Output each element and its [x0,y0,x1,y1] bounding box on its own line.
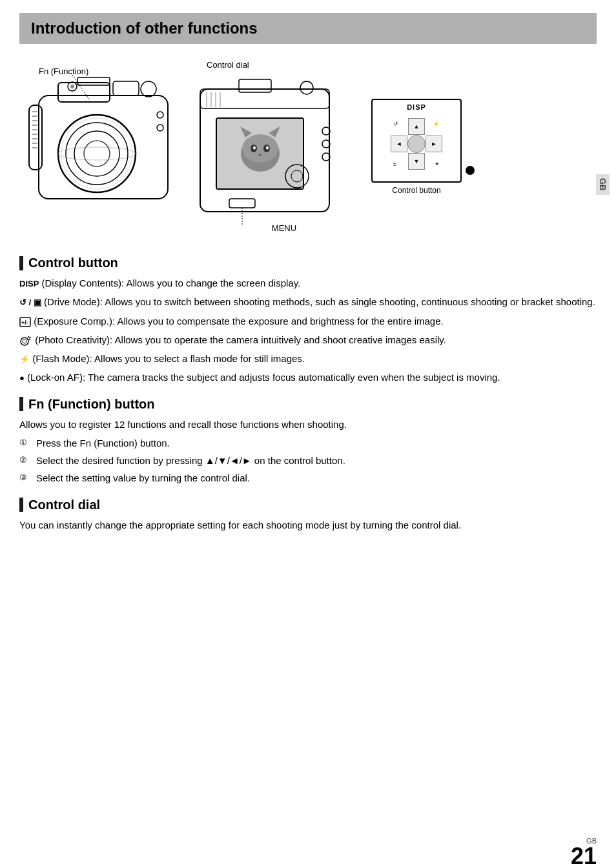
page-title: Introduction of other functions [31,19,585,37]
control-dial-section-title: Control dial [19,498,597,512]
control-dial-body: You can instantly change the appropriate… [19,518,597,532]
control-dial-label: Control dial [207,60,249,70]
svg-point-24 [58,147,136,160]
diagram-area: Fn (Function) Control dial [19,57,597,244]
svg-point-40 [300,81,313,94]
svg-rect-3 [113,81,139,96]
dpad-photo-icon: ✦ [435,161,440,167]
control-button-label-text: Control button [371,186,462,195]
disp-label: DISP [407,103,426,111]
cb-item-5: ⚡ (Flash Mode): Allows you to select a f… [19,351,597,366]
svg-point-55 [23,339,26,343]
svg-rect-8 [29,105,42,170]
ev-icon: +/- [19,316,31,328]
svg-line-57 [29,338,31,338]
svg-point-4 [58,115,136,192]
svg-line-56 [28,336,29,338]
lock-on-dot [466,166,475,175]
svg-rect-39 [239,79,271,92]
control-button-section-title: Control button [19,256,597,270]
svg-point-31 [242,134,278,163]
cb-item-6: ● (Lock-on AF): The camera tracks the su… [19,370,597,385]
svg-point-7 [84,141,110,167]
svg-point-25 [61,118,132,189]
drive-mode-icon: ↺ / ▣ [19,296,41,309]
fn-label: Fn (Function) [39,66,88,76]
flash-icon: ⚡ [19,353,30,366]
ev-svg: +/- [19,317,31,327]
page-number-area: GB 21 [571,837,597,868]
cb-item-2: ↺ / ▣ (Drive Mode): Allows you to switch… [19,294,597,309]
fn-button-section-title: Fn (Function) button [19,397,597,412]
fn-intro: Allows you to register 12 functions and … [19,417,597,432]
control-button-body: DISP (Display Contents): Allows you to c… [19,276,597,385]
page-container: Introduction of other functions GB Fn (F… [0,13,616,868]
lock-on-icon: ● [19,372,25,385]
svg-rect-50 [229,199,255,208]
svg-point-11 [141,81,156,97]
fn-button-body: Allows you to register 12 functions and … [19,417,597,486]
control-dial-text: You can instantly change the appropriate… [19,518,597,532]
dpad-left: ◄ [391,136,407,152]
disp-icon: DISP [19,278,39,290]
fn-step-2: ② Select the desired function by pressin… [19,453,597,468]
fn-step-1: ① Press the Fn (Function) button. [19,436,597,450]
fn-step-3: ③ Select the setting value by turning th… [19,470,597,485]
svg-point-13 [157,125,163,131]
camera-back-diagram: MENU [187,76,368,233]
camera-back-svg [187,76,355,231]
svg-point-10 [70,85,74,88]
section-bar-1 [19,256,23,270]
dpad-drive-icon: ↺ [393,121,398,127]
cb-item-4: (Photo Creativity): Allows you to operat… [19,332,597,347]
fn-steps-list: ① Press the Fn (Function) button. ② Sele… [19,436,597,486]
cb-item-1: DISP (Display Contents): Allows you to c… [19,276,597,290]
gb-side-label: GB [596,174,610,195]
page-number: 21 [571,845,597,868]
photo-creativity-svg [19,336,32,346]
dpad-down: ▼ [408,153,425,170]
svg-point-36 [253,146,256,150]
svg-point-37 [266,146,269,150]
section-bar-2 [19,397,23,411]
control-panel-box: DISP ▲ ▼ ◄ ► ↺ ⚡ ± ✦ [371,99,462,183]
control-panel-area: DISP ▲ ▼ ◄ ► ↺ ⚡ ± ✦ Control button [371,92,462,195]
dpad-flash-icon: ⚡ [433,121,440,127]
svg-point-5 [66,123,128,185]
svg-rect-2 [77,77,110,85]
section-bar-3 [19,498,23,512]
photo-creativity-icon [19,334,32,347]
svg-point-12 [157,112,163,118]
dpad-ev-icon: ± [393,161,396,167]
camera-left-diagram [19,57,200,227]
svg-text:+/-: +/- [21,319,28,326]
dpad: ▲ ▼ ◄ ► ↺ ⚡ ± ✦ [391,118,442,170]
cb-item-3: +/- (Exposure Comp.): Allows you to comp… [19,314,597,328]
camera-left-svg [19,57,187,225]
dpad-right: ► [426,136,442,152]
dpad-up: ▲ [408,118,425,135]
svg-point-6 [74,131,119,176]
main-content: Control button DISP (Display Contents): … [19,256,597,532]
svg-point-54 [21,338,28,345]
dpad-center [407,135,426,153]
page-header: Introduction of other functions [19,13,597,44]
